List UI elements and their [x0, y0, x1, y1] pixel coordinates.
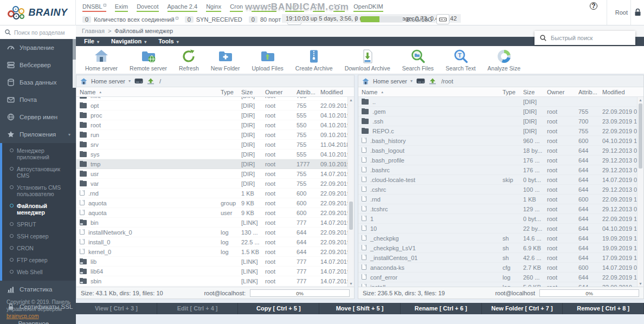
sidebar-subitem[interactable]: SPRUT: [2, 218, 76, 230]
file-row[interactable]: _installCentos_01 sh 42.6 ... root 644 1…: [358, 253, 637, 263]
file-row[interactable]: _checkpkg sh 14.6 ... root 644 19.09.201…: [358, 234, 637, 243]
function-key-button[interactable]: Copy [ Ctrl + 5 ]: [238, 303, 319, 314]
file-row[interactable]: kernel_0 log 1.5 KB root 644 22.09.2019 …: [76, 247, 347, 257]
file-row[interactable]: .bashrc 176 ... root 644 29.12.2013 02:2…: [358, 165, 637, 175]
menu-navigation[interactable]: Navigation: [105, 37, 152, 47]
column-name[interactable]: Name: [358, 89, 499, 95]
function-key-button[interactable]: Move [ Shift + 5 ]: [319, 303, 401, 314]
file-row[interactable]: .gem [DIR] root 755 22.09.2019 09:58...: [358, 107, 637, 116]
file-row[interactable]: install log 5.0 KB root 644 22.09.2019 .…: [358, 282, 637, 287]
file-row[interactable]: .rnd 1 KB root 600 22.09.2019 12:18...: [358, 195, 637, 204]
search-text-button[interactable]: T Search Text: [440, 46, 481, 74]
scroll-down-icon[interactable]: ▼: [348, 282, 354, 286]
lock-icon[interactable]: [634, 8, 641, 16]
left-scrollbar[interactable]: ▲▼: [347, 97, 354, 287]
file-row[interactable]: proc [DIR] root 555 04.10.2019 13:14...: [76, 111, 347, 120]
file-row[interactable]: tmp [DIR] root 1777 09.10.2019 17:12...: [76, 159, 347, 169]
file-row[interactable]: run [DIR] root 755 09.10.2019 12:01...: [76, 130, 347, 140]
home-server-button[interactable]: Home server: [79, 46, 124, 74]
file-row[interactable]: .cshrc 100 ... root 644 29.12.2013 02:26…: [358, 185, 637, 195]
sidebar-subitem[interactable]: Файловый менеджер: [2, 200, 76, 218]
file-row[interactable]: mnt [DIR] root 755: [76, 97, 347, 101]
column-owner[interactable]: Owner: [544, 89, 575, 95]
file-row[interactable]: lib [LINK] root 777 14.07.2019 04:14...: [76, 257, 347, 267]
disk-button[interactable]: [436, 14, 449, 24]
sidebar-subitem[interactable]: SSH сервер: [2, 230, 76, 242]
file-row[interactable]: .bash_history 960 ... root 600 04.10.201…: [358, 136, 637, 146]
file-row[interactable]: .tcshrc 129 ... root 644 29.12.2013 02:2…: [358, 204, 637, 214]
column-type[interactable]: Type: [217, 89, 238, 95]
menu-file[interactable]: File: [78, 37, 105, 47]
sidebar-item-statistics[interactable]: Статистика: [0, 281, 76, 298]
file-row[interactable]: usr [DIR] root 755 14.07.2019 04:14...: [76, 169, 347, 179]
sidebar-subitem[interactable]: CRON: [2, 242, 76, 254]
file-row[interactable]: opt [DIR] root 755 22.09.2019 12:31...: [76, 101, 347, 111]
column-attrib[interactable]: Attrib...: [293, 89, 317, 95]
brainy-logo[interactable]: BRAINY: [0, 0, 76, 25]
counter-chip[interactable]: 0Количество всех соединений: [82, 16, 178, 23]
menu-tools[interactable]: Tools: [152, 37, 185, 47]
column-size[interactable]: Size: [520, 89, 544, 95]
sidebar-item-mail[interactable]: Почта: [0, 91, 76, 108]
service-link[interactable]: OpenDKIM: [353, 3, 383, 12]
sidebar-subitem[interactable]: Менеджер приложений: [2, 145, 76, 163]
create-archive-button[interactable]: Create Archive: [289, 46, 339, 74]
current-user-label[interactable]: Root: [615, 9, 628, 16]
right-disk-button[interactable]: [416, 78, 425, 84]
sidebar-subitem[interactable]: FTP сервер: [2, 254, 76, 266]
file-row[interactable]: .cloud-locale-test skip 0 byt... root 64…: [358, 175, 637, 185]
upload-files-button[interactable]: Upload Files: [246, 46, 289, 74]
column-size[interactable]: Size: [238, 89, 262, 95]
function-key-button[interactable]: Edit [ Ctrl + 4 ]: [157, 303, 239, 314]
left-server-dropdown[interactable]: Home server: [91, 78, 131, 85]
right-server-dropdown[interactable]: Home server: [373, 78, 413, 85]
sidebar-search-input[interactable]: Поиск по разделам: [0, 25, 76, 39]
sidebar-item-webserver[interactable]: Вебсервер: [0, 56, 76, 74]
function-key-button[interactable]: Rename [ Ctrl + 6 ]: [401, 303, 482, 314]
column-owner[interactable]: Owner: [262, 89, 293, 95]
column-modified[interactable]: Modified: [599, 89, 643, 95]
file-row[interactable]: .ssh [DIR] root 700 23.09.2019 10:15...: [358, 116, 637, 126]
file-row[interactable]: installNetwork_0 log 130 ... root 644 22…: [76, 228, 347, 237]
function-key-button[interactable]: New Folder [ Ctrl + 7 ]: [482, 303, 563, 314]
service-link[interactable]: Cron: [230, 3, 243, 12]
column-modified[interactable]: Modified: [317, 89, 354, 95]
column-attrib[interactable]: Attrib...: [575, 89, 599, 95]
scroll-up-icon[interactable]: ▲: [637, 98, 643, 102]
file-row[interactable]: anaconda-ks cfg 2.7 KB root 600 14.07.20…: [358, 263, 637, 273]
file-row[interactable]: sys [DIR] root 555 04.10.2019 13:14...: [76, 150, 347, 159]
function-key-button[interactable]: Remove [ Ctrl + 8 ]: [563, 303, 644, 314]
download-archive-button[interactable]: Download Archive: [339, 46, 396, 74]
sidebar-item-database[interactable]: База данных: [0, 74, 76, 91]
service-link[interactable]: Apache 2.4: [168, 3, 198, 12]
refresh-button[interactable]: Refresh: [173, 46, 205, 74]
sidebar-subitem[interactable]: Установить CMS пользователю: [2, 182, 76, 200]
file-row[interactable]: .bash_logout 18 by... root 644 29.12.201…: [358, 146, 637, 155]
function-key-button[interactable]: View [ Ctrl + 3 ]: [76, 303, 157, 314]
sidebar-subitem[interactable]: Автоустановщик CMS: [2, 163, 76, 182]
file-row[interactable]: aquota user 9 KB root 600 22.09.2019 10:…: [76, 208, 347, 218]
quick-search-input[interactable]: Быстрый поиск: [534, 31, 635, 45]
file-row[interactable]: conf_error log 260 ... root 644 22.09.20…: [358, 273, 637, 282]
column-type[interactable]: Type: [499, 89, 520, 95]
file-row[interactable]: aquota group 9 KB root 600 22.09.2019 10…: [76, 198, 347, 208]
file-row[interactable]: bin [LINK] root 777 14.07.2019 04:14...: [76, 218, 347, 228]
service-link[interactable]: Dovecot: [137, 3, 158, 12]
remote-server-button[interactable]: Remote server: [124, 46, 173, 74]
file-row[interactable]: .. [DIR]: [358, 97, 637, 107]
right-up-level-button[interactable]: [429, 78, 436, 85]
analyze-size-button[interactable]: Analyze Size: [481, 46, 526, 74]
file-row[interactable]: root [DIR] root 550 04.10.2019 13:11...: [76, 120, 347, 130]
sidebar-item-management[interactable]: Управление: [0, 39, 76, 56]
column-name[interactable]: Name: [76, 89, 217, 95]
sidebar-item-nameserver[interactable]: Сервер имен: [0, 108, 76, 126]
brainycp-link[interactable]: brainycp.com: [7, 313, 38, 319]
file-row[interactable]: REPO.c [DIR] root 755 22.09.2019 09:51..…: [358, 126, 637, 136]
scroll-thumb[interactable]: [349, 202, 353, 230]
left-up-level-button[interactable]: [147, 78, 154, 85]
sidebar-subitem[interactable]: Web Shell: [2, 266, 76, 278]
scroll-down-icon[interactable]: ▼: [637, 282, 643, 286]
counter-chip[interactable]: 0SYN_RECEIVED: [185, 16, 242, 23]
service-link[interactable]: DNSBL: [82, 3, 106, 12]
file-row[interactable]: lib64 [LINK] root 777 14.07.2019 04:14..…: [76, 267, 347, 276]
